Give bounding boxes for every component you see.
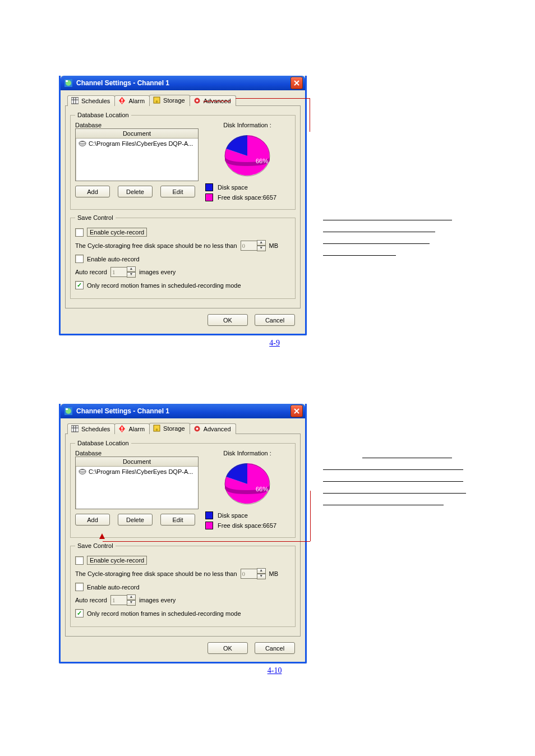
cycle-space-value[interactable] <box>241 241 257 251</box>
tab-label: Schedules <box>81 98 110 104</box>
folder-icon <box>79 468 86 475</box>
callout-leader <box>310 98 310 132</box>
cycle-space-text-prefix: The Cycle-storaging free disk space shou… <box>75 570 237 577</box>
edit-button[interactable]: Edit <box>160 514 195 525</box>
ok-button[interactable]: OK <box>207 314 248 326</box>
tab-label: Advanced <box>204 98 231 104</box>
alarm-icon <box>118 97 126 104</box>
auto-record-value[interactable] <box>110 267 127 277</box>
svg-point-30 <box>79 470 86 472</box>
spinner-down-icon[interactable]: ▼ <box>257 574 266 579</box>
checkbox-enable-cycle-record[interactable] <box>75 228 84 237</box>
cancel-button[interactable]: Cancel <box>255 642 295 654</box>
group-database-location: Database Location Database Document <box>70 440 296 538</box>
ok-button[interactable]: OK <box>207 642 248 654</box>
svg-point-28 <box>196 428 198 430</box>
listview-column-document[interactable]: Document <box>76 129 198 138</box>
tab-advanced[interactable]: Advanced <box>190 95 236 106</box>
folder-icon <box>79 140 86 147</box>
database-listview[interactable]: Document C:\Program Files\CyberEyes DQP-… <box>75 128 199 181</box>
group-save-control: Save Control Enable cycle-record The Cyc… <box>70 542 296 627</box>
cancel-button[interactable]: Cancel <box>255 314 295 326</box>
listview-row[interactable]: C:\Program Files\CyberEyes DQP-A... <box>76 467 198 477</box>
storage-icon <box>153 96 160 104</box>
svg-point-26 <box>156 428 158 431</box>
svg-rect-3 <box>71 98 79 104</box>
close-icon <box>294 80 299 86</box>
close-button[interactable] <box>290 77 303 89</box>
tab-label: Advanced <box>204 426 231 432</box>
tab-storage[interactable]: Storage <box>149 423 190 434</box>
group-legend: Database Location <box>75 440 131 446</box>
auto-record-prefix: Auto record <box>75 597 107 603</box>
listview-row[interactable]: C:\Program Files\CyberEyes DQP-A... <box>76 139 198 149</box>
titlebar[interactable]: Channel Settings - Channel 1 <box>61 404 305 418</box>
delete-button[interactable]: Delete <box>118 514 153 525</box>
auto-record-spinner[interactable]: ▲▼ <box>110 266 136 278</box>
label-enable-auto-record: Enable auto-record <box>87 256 140 262</box>
spinner-up-icon[interactable]: ▲ <box>127 594 136 600</box>
checkbox-only-motion[interactable] <box>75 281 84 289</box>
spinner-down-icon[interactable]: ▼ <box>127 272 136 278</box>
cycle-space-unit: MB <box>269 242 279 249</box>
figure-caption: Picture 4-10 <box>150 665 375 676</box>
cycle-space-spinner[interactable]: ▲▼ <box>241 240 266 251</box>
group-legend: Save Control <box>75 214 116 221</box>
tabstrip: Schedules Alarm Storage Advanced <box>65 94 301 106</box>
titlebar[interactable]: Channel Settings - Channel 1 <box>61 76 305 90</box>
tab-label: Alarm <box>128 98 145 104</box>
cycle-space-spinner[interactable]: ▲▼ <box>241 568 266 579</box>
svg-point-14 <box>79 142 86 144</box>
close-button[interactable] <box>290 405 303 417</box>
calendar-icon <box>71 425 79 432</box>
legend-swatch-used <box>205 183 213 191</box>
group-legend: Database Location <box>75 112 131 118</box>
tab-alarm[interactable]: Alarm <box>114 423 150 434</box>
cycle-space-unit: MB <box>269 570 279 577</box>
legend-swatch-used <box>205 511 213 519</box>
tab-label: Alarm <box>128 426 145 432</box>
edit-button[interactable]: Edit <box>160 186 195 197</box>
database-label: Database <box>75 122 199 128</box>
auto-record-suffix: images every <box>139 269 176 275</box>
cycle-space-value[interactable] <box>241 569 257 579</box>
side-note-second <box>323 450 480 509</box>
svg-rect-2 <box>66 80 68 82</box>
svg-rect-8 <box>122 102 123 103</box>
tab-label: Schedules <box>81 426 110 432</box>
tab-storage[interactable]: Storage <box>149 95 190 106</box>
spinner-up-icon[interactable]: ▲ <box>127 266 136 272</box>
add-button[interactable]: Add <box>75 514 110 525</box>
tab-alarm[interactable]: Alarm <box>114 95 150 106</box>
label-enable-cycle-record: Enable cycle-record <box>87 228 147 237</box>
database-listview[interactable]: Document C:\Program Files\CyberEyes DQP-… <box>75 457 199 509</box>
callout-leader <box>103 541 310 542</box>
app-icon <box>64 79 73 87</box>
checkbox-enable-auto-record[interactable] <box>75 255 84 263</box>
svg-rect-24 <box>122 430 123 431</box>
group-legend: Save Control <box>75 542 116 549</box>
listview-column-document[interactable]: Document <box>76 457 198 466</box>
tab-advanced[interactable]: Advanced <box>190 423 236 434</box>
spinner-up-icon[interactable]: ▲ <box>257 568 266 574</box>
listview-cell: C:\Program Files\CyberEyes DQP-A... <box>89 468 193 475</box>
checkbox-enable-cycle-record[interactable] <box>75 556 84 565</box>
spinner-down-icon[interactable]: ▼ <box>257 246 266 251</box>
legend-swatch-free <box>205 193 213 201</box>
disk-info-title: Disk Information : <box>204 450 290 457</box>
checkbox-only-motion[interactable] <box>75 609 84 617</box>
side-note-first <box>323 212 480 270</box>
spinner-up-icon[interactable]: ▲ <box>257 240 266 246</box>
auto-record-spinner[interactable]: ▲▼ <box>110 594 136 606</box>
tab-label: Storage <box>163 425 185 432</box>
add-button[interactable]: Add <box>75 186 110 197</box>
auto-record-value[interactable] <box>110 595 127 605</box>
delete-button[interactable]: Delete <box>118 186 153 197</box>
tab-schedules[interactable]: Schedules <box>67 95 115 106</box>
disk-pie-chart: 66% <box>216 131 278 181</box>
spinner-down-icon[interactable]: ▼ <box>127 600 136 606</box>
svg-rect-18 <box>66 408 68 410</box>
tab-schedules[interactable]: Schedules <box>67 423 115 434</box>
callout-leader <box>236 98 310 99</box>
checkbox-enable-auto-record[interactable] <box>75 583 84 591</box>
